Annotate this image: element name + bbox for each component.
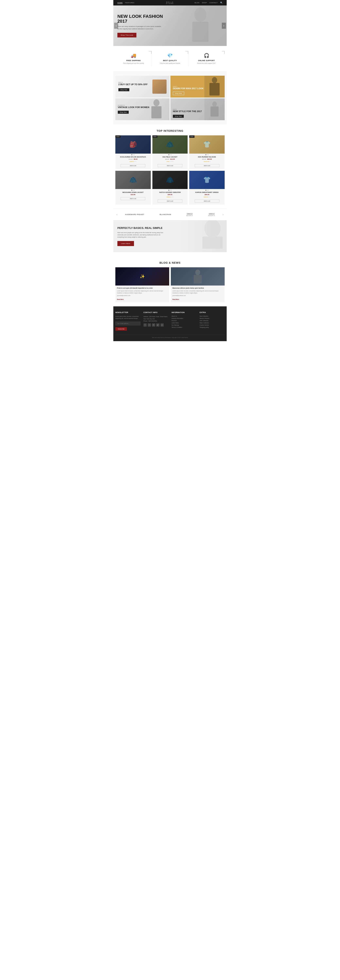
search-icon[interactable]: 🔍 [220,2,222,4]
promo-kid-card: KID'S NEW STYLE FOR THE 2017 Shop Now [170,99,225,120]
svg-rect-11 [194,275,202,283]
hero-next-button[interactable]: › [222,23,226,29]
footer-link-make-collection[interactable]: Make Collection [200,322,225,324]
twitter-icon[interactable]: t [148,323,151,326]
blog-post-2-image [171,267,225,286]
brands-section: ‹ AUDEMARS PIGUET BLANCPAIN OMAX QUARTZ … [113,208,227,220]
shipping-icon: 🚚 [116,53,151,58]
blog-section: BLOG & NEWS ✨ Proin in orci quis elit bl… [113,252,227,306]
header: HOME FEATURES BELLA STORE BLOG SHOP CONT… [113,0,227,5]
promo-women-cta[interactable]: Shop Now [118,111,129,114]
promo-kid-label: KID'S [173,109,202,110]
promo-section: BAG'S 2 BUY GET UP TO 50% OFF Shop Now W… [113,72,227,124]
brands-prev-button[interactable]: ‹ [115,213,118,216]
star: ★ [205,196,206,198]
feature-best-quality: 💎 BEST QUALITY Only the best quality and… [152,51,188,66]
linkedin-icon[interactable]: in [152,323,155,326]
product-price-row: $34.00 [189,194,225,196]
footer-link-girls-collection[interactable]: Girls Collection [200,320,225,321]
footer-contact-address: Address: 135 Dream Tower, Street Name, N… [143,315,168,322]
add-to-cart-button[interactable]: Add to cart [195,199,219,202]
facebook-icon[interactable]: f [143,323,147,326]
footer-link-about[interactable]: About Us [172,315,197,317]
nav-blog[interactable]: BLOG [195,2,200,4]
footer: NEWSLETTER Lorem ipsum dolor sit amet, c… [113,306,227,341]
pinterest-icon[interactable]: p [160,323,164,326]
product-badge: NEW [115,135,121,138]
feature-shipping-title: FREE SHIPPING [116,59,151,62]
svg-rect-9 [202,237,222,249]
dot [131,190,132,191]
about-section: PERFECTLY BASICS. REAL SIMPLE More and m… [113,220,227,252]
star-empty: ★ [135,161,137,162]
feature-quality-title: BEST QUALITY [153,59,187,62]
feature-support-title: ONLINE SUPPORT [189,59,224,62]
add-to-cart-button[interactable]: Add to cart [195,164,219,167]
newsletter-email-input[interactable] [115,321,140,325]
dot [170,190,170,191]
down-jacket-icon: 🧥 [129,176,137,183]
backpack-icon: 🎒 [129,141,137,148]
footer-contact: CONTACT INFO Address: 135 Dream Tower, S… [143,312,168,331]
star: ★ [167,161,168,162]
jacket-icon: 🧥 [166,141,174,148]
promo-man-cta[interactable]: Shop Now [173,92,184,95]
blog-post-2: Maecenas ultrices justo metus quis facil… [171,267,225,302]
footer-link-sitemap[interactable]: Our Sitemap [172,325,197,326]
newsletter-subscribe-button[interactable]: Subscribe [115,327,127,331]
footer-link-shopping-policy[interactable]: Shopping policy [200,326,225,328]
footer-link-delivery[interactable]: Delivery Information [172,318,197,319]
dot [208,154,209,155]
nav-contact[interactable]: CONTACT [209,2,218,4]
add-to-cart-button[interactable]: Add to cart [158,164,182,167]
footer-extra: EXTRA New Collection Women Dresses Girls… [200,312,225,331]
promo-man-text: MAN'S DENIM FOR MAN 2017 LOOK Shop Now [173,86,203,95]
dot [205,190,206,191]
footer-link-terms[interactable]: Terms & Condition [172,326,197,328]
footer-newsletter-desc: Lorem ipsum dolor sit amet, consectetur … [115,315,140,320]
learn-more-button[interactable]: Learn More [118,241,134,246]
add-to-cart-button[interactable]: Add to cart [121,197,145,200]
feature-support-desc: Round the clock support 24/7 [189,62,224,64]
hero-title: NEW LOOK FASHION 2017 [118,14,164,24]
footer-link-custom-service[interactable]: Custom Service [200,325,225,326]
product-badge: NEW [189,135,194,138]
promo-women-card: WOMEN'S VINTAGE LOOK FOR WOMEN Shop Now [115,99,170,120]
nav-features[interactable]: FEATURES [125,2,134,4]
about-title: PERFECTLY BASICS. REAL SIMPLE [118,226,166,230]
blog-post-1-read-more[interactable]: Read More [117,299,124,300]
nav-shop[interactable]: SHOP [202,2,207,4]
dot [207,190,207,191]
product-image-sweater: 🧥 [153,171,188,189]
promo-bag-image [153,80,167,94]
feature-quality-desc: Only the best quality and brands [153,62,187,64]
star: ★ [130,161,131,162]
product-badge: NEW [153,135,158,138]
add-to-cart-button[interactable]: Add to cart [158,199,182,202]
brands-next-button[interactable]: › [222,213,225,216]
add-to-cart-button[interactable]: Add to cart [121,164,145,167]
footer-link-discount[interactable]: Discount [172,320,197,321]
footer-contact-title: CONTACT INFO [143,312,168,313]
footer-link-news[interactable]: Latest News [172,322,197,324]
promo-kid-cta[interactable]: Shop Now [173,115,184,118]
google-plus-icon[interactable]: g+ [156,323,159,326]
product-name: GATCH HOODED SWEATER [154,191,187,193]
promo-bag-cta[interactable]: Shop Now [118,88,129,91]
blog-post-2-read-more[interactable]: Read More [172,299,179,300]
footer-link-new-collection[interactable]: New Collection [200,315,225,317]
about-background-figure [180,220,227,252]
products-section: TOP INTERESTING NEW 🎒 KCOLOURED NYLON BA… [113,129,227,208]
blog-post-1-image: ✨ [115,267,169,286]
dot [134,154,135,155]
footer-newsletter-title: NEWSLETTER [115,312,140,313]
about-content: PERFECTLY BASICS. REAL SIMPLE More and m… [113,220,170,252]
blog-section-title: BLOG & NEWS [115,261,225,264]
hero-prev-button[interactable]: ‹ [114,23,118,29]
hero-cta-button[interactable]: Shop This Look [118,33,137,37]
footer-link-women-dresses[interactable]: Women Dresses [200,318,225,319]
product-dots [189,154,225,155]
nav-home[interactable]: HOME [118,2,122,4]
product-name: KDS RUNWAY BLOUSE [191,156,223,158]
product-name: KARVIN SWEATSHIRT GREEK [191,191,223,193]
